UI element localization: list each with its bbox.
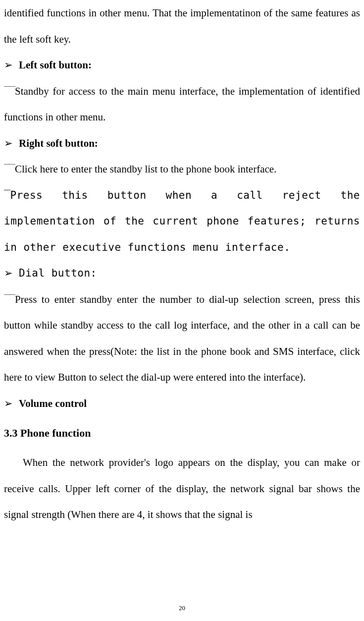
right-soft-body1: ——Click here to enter the standby list t…: [4, 156, 360, 182]
dash-icon: ——: [4, 290, 15, 297]
phone-function-body: When the network provider's logo appears…: [4, 450, 360, 528]
right-soft-body2: ——Press this button when a call reject t…: [4, 182, 360, 261]
bullet-dial: ➢ Dial button:: [4, 260, 360, 286]
right-soft-body1-text: Click here to enter the standby list to …: [15, 163, 276, 175]
section-heading-phone-function: 3.3 Phone function: [4, 419, 360, 447]
page-number: 20: [0, 604, 364, 612]
bullet-left-soft-title: Left soft button:: [19, 52, 92, 78]
bullet-right-soft: ➢ Right soft button:: [4, 130, 360, 157]
bullet-dial-title: Dial button:: [19, 260, 97, 286]
intro-paragraph: identified functions in other menu. That…: [4, 0, 360, 52]
bullet-left-soft: ➢ Left soft button:: [4, 52, 360, 78]
left-soft-body-text: Standby for access to the main menu inte…: [4, 85, 360, 123]
arrow-icon: ➢: [4, 391, 13, 417]
dial-body: ——Press to enter standby enter the numbe…: [4, 286, 360, 391]
bullet-volume: ➢ Volume control: [4, 391, 360, 417]
dash-icon: ——: [4, 186, 10, 193]
arrow-icon: ➢: [4, 130, 13, 157]
right-soft-body2-text: Press this button when a call reject the…: [4, 189, 360, 253]
left-soft-body: ——Standby for access to the main menu in…: [4, 78, 360, 130]
bullet-volume-title: Volume control: [19, 391, 87, 417]
bullet-right-soft-title: Right soft button:: [19, 130, 98, 157]
arrow-icon: ➢: [4, 52, 13, 78]
arrow-icon: ➢: [4, 260, 13, 286]
dial-body-text: Press to enter standby enter the number …: [4, 293, 360, 384]
dash-icon: ——: [4, 82, 15, 89]
dash-icon: ——: [4, 160, 15, 167]
